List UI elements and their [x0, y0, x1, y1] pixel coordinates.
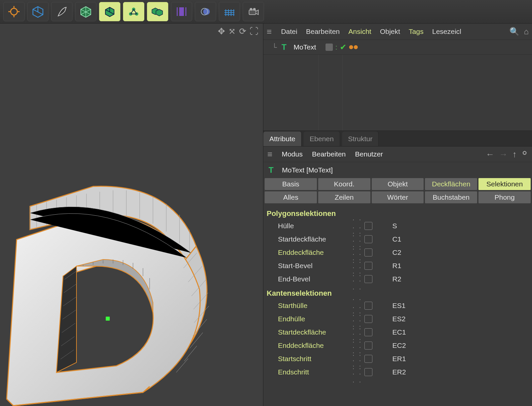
- prop-value: R1: [392, 262, 401, 270]
- viewport-3d-letter: [0, 166, 246, 406]
- axis-origin-dot: [106, 317, 110, 321]
- panel-tabs: AttributeEbenenStruktur: [263, 131, 532, 147]
- prop-row-endbevel: End-Bevel. . . . . .R2: [263, 272, 532, 286]
- visibility-dots-icon[interactable]: :: [335, 43, 337, 51]
- menu-icon[interactable]: ≡: [267, 149, 272, 159]
- menu-icon[interactable]: ≡: [267, 27, 272, 37]
- subdivision-icon[interactable]: [75, 2, 96, 21]
- top-toolbar: [0, 0, 532, 24]
- attr-menu-bearbeiten[interactable]: Bearbeiten: [312, 150, 346, 158]
- attr-tab-alles[interactable]: Alles: [265, 191, 317, 203]
- home-icon[interactable]: ⌂: [524, 27, 529, 36]
- attribute-tabs-row1: BasisKoord.ObjektDeckflächenSelektionen: [263, 178, 532, 190]
- field-icon[interactable]: [171, 2, 192, 21]
- prop-checkbox[interactable]: [364, 275, 372, 283]
- viewport[interactable]: ✥⤧⟳⛶: [0, 24, 263, 406]
- menu-datei[interactable]: Datei: [281, 28, 297, 35]
- object-tree-row[interactable]: └ T MoText : ✔: [263, 40, 532, 55]
- back-icon[interactable]: ←: [486, 149, 494, 159]
- object-manager-menubar: ≡ DateiBearbeitenAnsichtObjektTagsLeseze…: [263, 24, 532, 40]
- prop-row-endschritt: Endschritt. . . . . .ER2: [263, 365, 532, 379]
- prop-checkbox[interactable]: [364, 315, 372, 323]
- svg-point-12: [250, 8, 252, 11]
- motext-icon: T: [267, 165, 277, 175]
- prop-label: Endschritt: [278, 368, 351, 376]
- attr-tab-phong[interactable]: Phong: [478, 191, 531, 203]
- attr-tab-koord[interactable]: Koord.: [318, 178, 370, 190]
- prop-value: EC2: [392, 342, 406, 350]
- panel-tab-struktur[interactable]: Struktur: [342, 132, 379, 146]
- forward-icon[interactable]: →: [499, 149, 508, 159]
- object-manager-area[interactable]: [263, 55, 532, 131]
- up-icon[interactable]: ↑: [512, 149, 517, 159]
- menu-objekt[interactable]: Objekt: [380, 28, 400, 35]
- prop-checkbox[interactable]: [364, 328, 372, 336]
- svg-text:T: T: [282, 43, 287, 51]
- attr-tab-deckflchen[interactable]: Deckflächen: [425, 178, 477, 190]
- prop-value: ER1: [392, 355, 406, 363]
- maximize-icon[interactable]: ⛶: [250, 26, 258, 37]
- prop-value: C2: [392, 249, 401, 256]
- prop-checkbox[interactable]: [364, 368, 372, 376]
- prop-checkbox[interactable]: [364, 249, 372, 256]
- menu-ansicht[interactable]: Ansicht: [348, 28, 371, 35]
- attr-tab-selektionen[interactable]: Selektionen: [478, 178, 531, 190]
- attr-tab-wrter[interactable]: Wörter: [372, 191, 424, 203]
- enable-check-icon[interactable]: ✔: [340, 43, 346, 52]
- instance-icon[interactable]: [147, 2, 168, 21]
- prop-checkbox[interactable]: [364, 355, 372, 363]
- gear-icon[interactable]: [3, 2, 25, 21]
- prop-value: C1: [392, 235, 401, 243]
- prop-value: ES1: [392, 302, 406, 310]
- attribute-object-title: MoText [MoText]: [282, 166, 333, 174]
- attr-tab-buchstaben[interactable]: Buchstaben: [425, 191, 477, 203]
- move-icon[interactable]: ✥: [218, 26, 225, 37]
- prop-checkbox[interactable]: [364, 222, 372, 230]
- attr-tab-zeilen[interactable]: Zeilen: [318, 191, 370, 203]
- search-icon[interactable]: 🔍: [509, 27, 519, 36]
- cube-outline-icon[interactable]: [27, 2, 49, 21]
- svg-text:T: T: [269, 165, 274, 174]
- attribute-object-header: T MoText [MoText]: [263, 162, 532, 178]
- lock-icon[interactable]: ⭘: [521, 149, 528, 159]
- scale-icon[interactable]: ⤧: [228, 26, 236, 37]
- menu-lesezeicl[interactable]: Lesezeicl: [432, 28, 462, 35]
- prop-checkbox[interactable]: [364, 302, 372, 310]
- prop-checkbox[interactable]: [364, 342, 372, 350]
- menu-bearbeiten[interactable]: Bearbeiten: [306, 28, 340, 35]
- menu-tags[interactable]: Tags: [409, 28, 423, 35]
- panel-tab-ebenen[interactable]: Ebenen: [304, 132, 340, 146]
- rotate-icon[interactable]: ⟳: [239, 26, 246, 37]
- camera-icon[interactable]: [243, 2, 264, 21]
- prop-value: R2: [392, 275, 401, 283]
- svg-point-0: [11, 8, 17, 15]
- prop-value: S: [392, 222, 397, 230]
- prop-checkbox[interactable]: [364, 235, 372, 243]
- prop-value: ER2: [392, 368, 406, 376]
- attr-tab-basis[interactable]: Basis: [265, 178, 317, 190]
- attr-menu-modus[interactable]: Modus: [282, 150, 303, 158]
- object-name[interactable]: MoText: [294, 43, 316, 51]
- attribute-menubar: ≡ ModusBearbeitenBenutzer ← → ↑ ⭘: [263, 147, 532, 162]
- svg-rect-8: [179, 7, 184, 16]
- floor-icon[interactable]: [219, 2, 240, 21]
- boole-icon[interactable]: [195, 2, 216, 21]
- attr-tab-objekt[interactable]: Objekt: [372, 178, 424, 190]
- prop-label: End-Bevel: [278, 275, 351, 283]
- svg-point-13: [253, 8, 256, 11]
- motext-icon: T: [280, 42, 290, 52]
- attr-menu-benutzer[interactable]: Benutzer: [355, 150, 383, 158]
- pen-icon[interactable]: [51, 2, 72, 21]
- prop-checkbox[interactable]: [364, 262, 372, 270]
- generator-icon[interactable]: [99, 2, 120, 21]
- svg-rect-11: [249, 10, 256, 15]
- prop-value: ES2: [392, 315, 406, 323]
- attribute-tabs-row2: AllesZeilenWörterBuchstabenPhong: [263, 191, 532, 203]
- panel-tab-attribute[interactable]: Attribute: [263, 132, 302, 146]
- deformer-icon[interactable]: [123, 2, 144, 21]
- phong-tag-icon[interactable]: [349, 45, 358, 49]
- layer-tag-icon[interactable]: [326, 44, 333, 51]
- prop-value: EC1: [392, 328, 406, 336]
